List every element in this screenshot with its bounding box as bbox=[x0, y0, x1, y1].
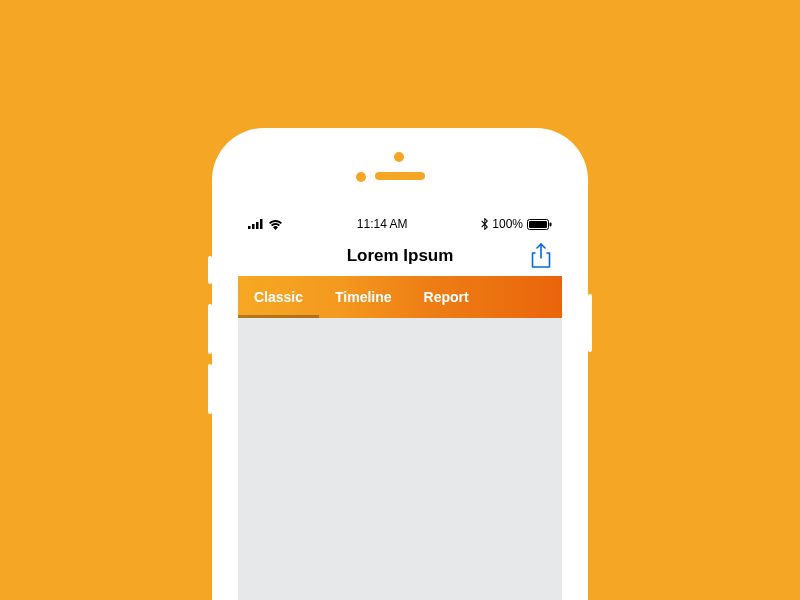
svg-rect-2 bbox=[256, 222, 259, 229]
phone-screen: 11:14 AM 100% Lorem Ipsum bbox=[238, 212, 562, 600]
side-button-power bbox=[588, 294, 592, 352]
status-left bbox=[248, 219, 283, 230]
side-button-vol-up bbox=[208, 304, 212, 354]
tab-report[interactable]: Report bbox=[408, 276, 485, 318]
svg-rect-1 bbox=[252, 224, 255, 229]
content-area bbox=[238, 318, 562, 600]
tab-classic[interactable]: Classic bbox=[238, 276, 319, 318]
cellular-signal-icon bbox=[248, 219, 264, 229]
status-right: 100% bbox=[481, 217, 552, 231]
earpiece-speaker bbox=[375, 172, 425, 180]
phone-mockup: 11:14 AM 100% Lorem Ipsum bbox=[212, 128, 588, 600]
status-bar: 11:14 AM 100% bbox=[238, 212, 562, 236]
page-title: Lorem Ipsum bbox=[347, 246, 454, 266]
tab-label: Report bbox=[424, 289, 469, 305]
nav-bar: Lorem Ipsum bbox=[238, 236, 562, 276]
proximity-sensor bbox=[394, 152, 404, 162]
svg-rect-0 bbox=[248, 226, 251, 229]
tab-bar: Classic Timeline Report bbox=[238, 276, 562, 318]
tab-timeline[interactable]: Timeline bbox=[319, 276, 408, 318]
front-camera bbox=[356, 172, 366, 182]
svg-rect-5 bbox=[529, 221, 547, 228]
svg-rect-6 bbox=[550, 222, 552, 226]
tab-label: Timeline bbox=[335, 289, 392, 305]
bluetooth-icon bbox=[481, 218, 488, 230]
svg-rect-3 bbox=[260, 219, 263, 229]
tab-label: Classic bbox=[254, 289, 303, 305]
side-button-mute bbox=[208, 256, 212, 284]
share-button[interactable] bbox=[530, 243, 552, 269]
battery-icon bbox=[527, 219, 552, 230]
side-button-vol-down bbox=[208, 364, 212, 414]
status-time: 11:14 AM bbox=[357, 217, 408, 231]
wifi-icon bbox=[268, 219, 283, 230]
share-icon bbox=[530, 243, 552, 269]
battery-percent: 100% bbox=[492, 217, 523, 231]
